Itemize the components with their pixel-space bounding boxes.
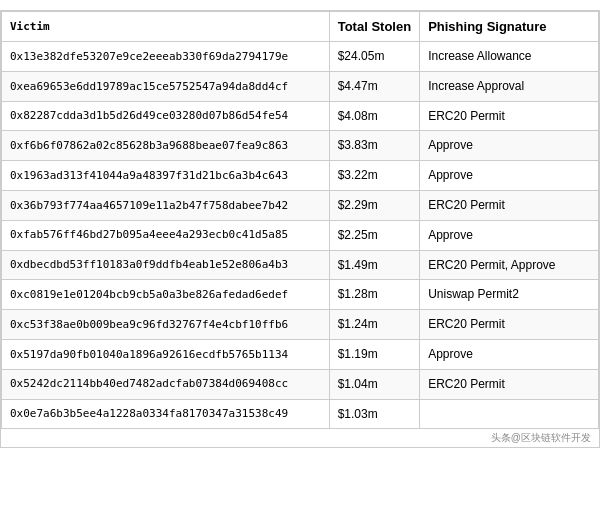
column-header-sig: Phishing Signature [420,12,599,42]
phishing-table-container: Victim Total Stolen Phishing Signature 0… [0,10,600,448]
stolen-cell: $1.04m [329,369,419,399]
stolen-cell: $2.29m [329,190,419,220]
table-row: 0xfab576ff46bd27b095a4eee4a293ecb0c41d5a… [2,220,599,250]
column-header-victim: Victim [2,12,330,42]
stolen-cell: $1.49m [329,250,419,280]
sig-cell: Increase Approval [420,71,599,101]
sig-cell: Approve [420,339,599,369]
victim-cell: 0x5242dc2114bb40ed7482adcfab07384d069408… [2,369,330,399]
sig-cell: Increase Allowance [420,42,599,72]
victim-cell: 0x13e382dfe53207e9ce2eeeab330f69da279417… [2,42,330,72]
victim-cell: 0x82287cdda3d1b5d26d49ce03280d07b86d54fe… [2,101,330,131]
sig-cell: Approve [420,161,599,191]
victim-cell: 0xdbecdbd53ff10183a0f9ddfb4eab1e52e806a4… [2,250,330,280]
victim-cell: 0x36b793f774aa4657109e11a2b47f758dabee7b… [2,190,330,220]
victim-cell: 0xf6b6f07862a02c85628b3a9688beae07fea9c8… [2,131,330,161]
table-row: 0x13e382dfe53207e9ce2eeeab330f69da279417… [2,42,599,72]
stolen-cell: $24.05m [329,42,419,72]
stolen-cell: $1.03m [329,399,419,429]
table-row: 0xdbecdbd53ff10183a0f9ddfb4eab1e52e806a4… [2,250,599,280]
table-row: 0x5197da90fb01040a1896a92616ecdfb5765b11… [2,339,599,369]
table-row: 0x0e7a6b3b5ee4a1228a0334fa8170347a31538c… [2,399,599,429]
victim-cell: 0x1963ad313f41044a9a48397f31d21bc6a3b4c6… [2,161,330,191]
stolen-cell: $3.22m [329,161,419,191]
sig-cell: Approve [420,220,599,250]
sig-cell: ERC20 Permit, Approve [420,250,599,280]
victim-cell: 0xea69653e6dd19789ac15ce5752547a94da8dd4… [2,71,330,101]
victim-cell: 0xfab576ff46bd27b095a4eee4a293ecb0c41d5a… [2,220,330,250]
table-row: 0x1963ad313f41044a9a48397f31d21bc6a3b4c6… [2,161,599,191]
sig-cell [420,399,599,429]
stolen-cell: $1.24m [329,310,419,340]
victim-cell: 0x0e7a6b3b5ee4a1228a0334fa8170347a31538c… [2,399,330,429]
sig-cell: ERC20 Permit [420,369,599,399]
column-header-stolen: Total Stolen [329,12,419,42]
sig-cell: ERC20 Permit [420,310,599,340]
phishing-table: Victim Total Stolen Phishing Signature 0… [1,11,599,429]
table-row: 0xf6b6f07862a02c85628b3a9688beae07fea9c8… [2,131,599,161]
watermark: 头条@区块链软件开发 [1,429,599,447]
stolen-cell: $1.19m [329,339,419,369]
table-row: 0xc0819e1e01204bcb9cb5a0a3be826afedad6ed… [2,280,599,310]
stolen-cell: $2.25m [329,220,419,250]
table-row: 0x36b793f774aa4657109e11a2b47f758dabee7b… [2,190,599,220]
table-row: 0xea69653e6dd19789ac15ce5752547a94da8dd4… [2,71,599,101]
table-row: 0x82287cdda3d1b5d26d49ce03280d07b86d54fe… [2,101,599,131]
sig-cell: Uniswap Permit2 [420,280,599,310]
victim-cell: 0xc0819e1e01204bcb9cb5a0a3be826afedad6ed… [2,280,330,310]
stolen-cell: $1.28m [329,280,419,310]
sig-cell: ERC20 Permit [420,190,599,220]
stolen-cell: $4.47m [329,71,419,101]
victim-cell: 0xc53f38ae0b009bea9c96fd32767f4e4cbf10ff… [2,310,330,340]
table-row: 0xc53f38ae0b009bea9c96fd32767f4e4cbf10ff… [2,310,599,340]
victim-cell: 0x5197da90fb01040a1896a92616ecdfb5765b11… [2,339,330,369]
table-header-row: Victim Total Stolen Phishing Signature [2,12,599,42]
stolen-cell: $3.83m [329,131,419,161]
sig-cell: ERC20 Permit [420,101,599,131]
table-row: 0x5242dc2114bb40ed7482adcfab07384d069408… [2,369,599,399]
stolen-cell: $4.08m [329,101,419,131]
sig-cell: Approve [420,131,599,161]
